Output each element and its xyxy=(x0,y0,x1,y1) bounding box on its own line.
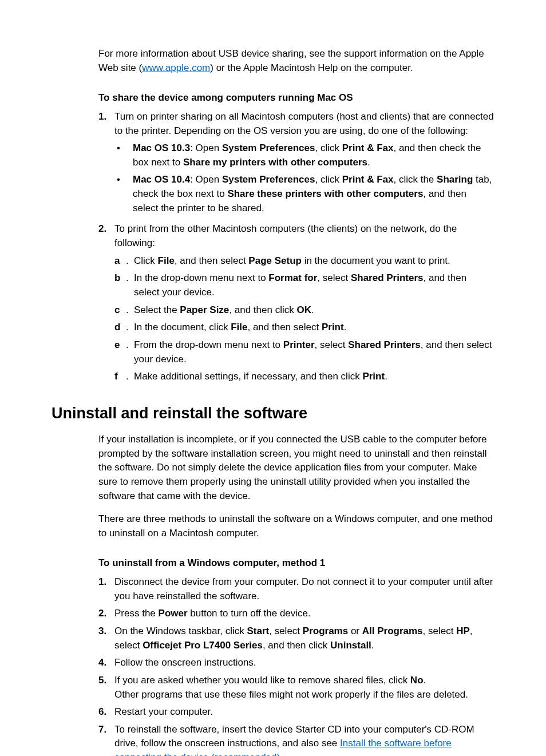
text: In the drop-down menu next to xyxy=(134,272,268,283)
text: , select xyxy=(315,339,349,350)
list-item: 1. Turn on printer sharing on all Macint… xyxy=(98,110,494,219)
text: , select xyxy=(317,272,351,283)
text: Select the xyxy=(134,304,180,315)
list-item: • Mac OS 10.4: Open System Preferences, … xyxy=(114,173,494,215)
text: , and then select xyxy=(247,322,321,333)
share-steps: 1. Turn on printer sharing on all Macint… xyxy=(98,110,494,387)
text: Start xyxy=(247,626,269,636)
text: Sharing xyxy=(437,174,473,185)
text: Mac OS 10.4 xyxy=(133,174,190,185)
text: System Preferences xyxy=(222,174,315,185)
step-number: 2. xyxy=(98,607,114,621)
step-body: Turn on printer sharing on all Macintosh… xyxy=(114,110,494,219)
list-item: 6.Restart your computer. xyxy=(98,705,494,719)
text: On the Windows taskbar, click xyxy=(114,626,247,636)
text: Print & Fax xyxy=(342,143,394,153)
bullet-body: Mac OS 10.4: Open System Preferences, cl… xyxy=(133,173,494,215)
uninstall-method1-heading: To uninstall from a Windows computer, me… xyxy=(98,556,494,571)
share-heading: To share the device among computers runn… xyxy=(98,91,494,105)
text: : Open xyxy=(190,143,222,153)
text: Print xyxy=(362,371,385,382)
body: If you are asked whether you would like … xyxy=(114,674,494,702)
text: Turn on printer sharing on all Macintosh… xyxy=(114,111,494,136)
text: To print from the other Macintosh comput… xyxy=(114,223,457,248)
body: From the drop-down menu next to Printer,… xyxy=(134,338,494,366)
text: No xyxy=(410,675,424,686)
text: Power xyxy=(159,608,188,619)
text: Shared Printers xyxy=(348,339,421,350)
apple-link[interactable]: www.apple.com xyxy=(142,62,210,73)
list-item: 5.If you are asked whether you would lik… xyxy=(98,674,494,702)
text: . xyxy=(385,371,387,382)
step-number: 6. xyxy=(98,705,114,719)
text: : Open xyxy=(190,174,222,185)
list-item: e.From the drop-down menu next to Printe… xyxy=(114,338,494,366)
body: In the drop-down menu next to Format for… xyxy=(134,271,494,299)
list-item: a.Click File, and then select Page Setup… xyxy=(114,254,494,268)
text: , select xyxy=(269,626,303,636)
body: On the Windows taskbar, click Start, sel… xyxy=(114,624,494,652)
step-letter: a xyxy=(114,254,126,268)
text: Page Setup xyxy=(248,255,302,266)
text: , click the xyxy=(393,174,437,185)
text: , click xyxy=(315,174,342,185)
text: Programs xyxy=(303,626,348,636)
text: , and then click xyxy=(263,640,330,651)
dot: . xyxy=(126,320,134,335)
text: All Programs xyxy=(362,626,423,636)
text: Click xyxy=(134,255,158,266)
list-item: 1.Disconnect the device from your comput… xyxy=(98,575,494,603)
step-letter: d xyxy=(114,320,126,335)
text: . xyxy=(424,675,426,686)
bullet-icon: • xyxy=(114,173,133,215)
body: To reinstall the software, insert the de… xyxy=(114,723,494,756)
list-item: 7.To reinstall the software, insert the … xyxy=(98,723,494,756)
body: Follow the onscreen instructions. xyxy=(114,656,494,670)
text: From the drop-down menu next to xyxy=(134,339,283,350)
step-body: To print from the other Macintosh comput… xyxy=(114,222,494,387)
text: . xyxy=(344,322,347,333)
text: Share my printers with other computers xyxy=(183,157,367,168)
text: Print xyxy=(322,322,344,333)
step-letter: f xyxy=(114,370,126,384)
step-number: 1. xyxy=(98,575,114,603)
body: Make additional settings, if necessary, … xyxy=(134,370,494,384)
list-item: 2. To print from the other Macintosh com… xyxy=(98,222,494,387)
dot: . xyxy=(126,271,134,299)
text: , and then select xyxy=(175,255,248,266)
intro-paragraph: For more information about USB device sh… xyxy=(98,47,494,75)
text: , and then click xyxy=(229,304,296,315)
list-item: b.In the drop-down menu next to Format f… xyxy=(114,271,494,299)
uninstall-p2: There are three methods to uninstall the… xyxy=(98,512,494,540)
text: Paper Size xyxy=(180,304,229,315)
list-item: f.Make additional settings, if necessary… xyxy=(114,370,494,384)
body: In the document, click File, and then se… xyxy=(134,320,494,335)
text: File xyxy=(231,322,247,333)
step-number: 2. xyxy=(98,222,114,387)
text: Share these printers with other computer… xyxy=(227,188,423,199)
text: System Preferences xyxy=(222,143,315,153)
text: If you are asked whether you would like … xyxy=(114,675,410,686)
list-item: d.In the document, click File, and then … xyxy=(114,320,494,335)
step-letter: e xyxy=(114,338,126,366)
list-item: 4.Follow the onscreen instructions. xyxy=(98,656,494,670)
bullet-body: Mac OS 10.3: Open System Preferences, cl… xyxy=(133,141,494,169)
text: , click xyxy=(315,143,342,153)
text: in the document you want to print. xyxy=(302,255,450,266)
step-number: 1. xyxy=(98,110,114,219)
step-number: 7. xyxy=(98,723,114,756)
text: Format for xyxy=(268,272,317,283)
text: Make additional settings, if necessary, … xyxy=(134,371,362,382)
text: Officejet Pro L7400 Series xyxy=(143,640,263,651)
text: or xyxy=(348,626,362,636)
bullet-icon: • xyxy=(114,141,133,169)
os-bullets: • Mac OS 10.3: Open System Preferences, … xyxy=(114,141,494,215)
body: Disconnect the device from your computer… xyxy=(114,575,494,603)
uninstall-p1: If your installation is incomplete, or i… xyxy=(98,433,494,503)
text: Printer xyxy=(283,339,315,350)
text: ) or the Apple Macintosh Help on the com… xyxy=(210,62,413,73)
text: OK xyxy=(296,304,311,315)
text: Other programs that use these files migh… xyxy=(114,689,468,700)
body: Select the Paper Size, and then click OK… xyxy=(134,303,494,318)
step-letter: b xyxy=(114,271,126,299)
